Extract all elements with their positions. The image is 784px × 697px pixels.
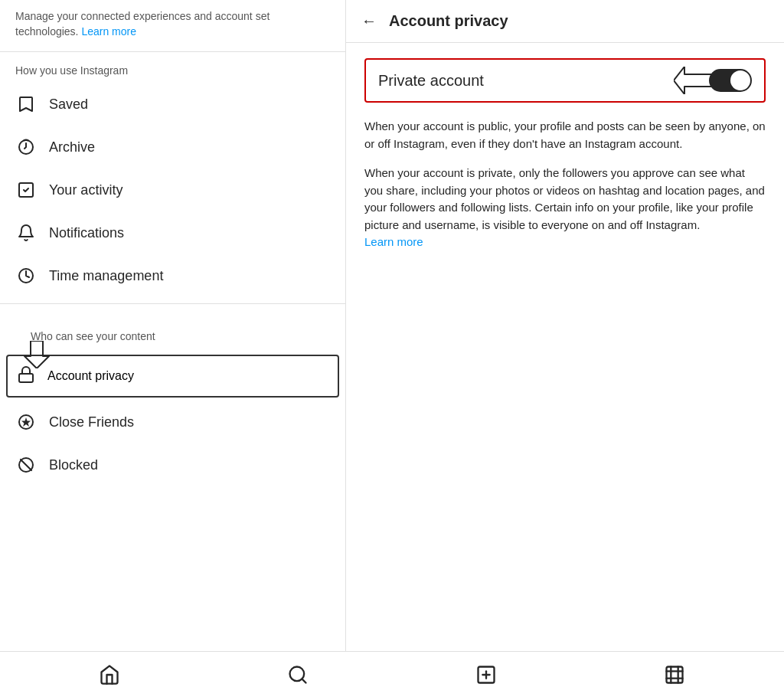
notifications-label: Notifications — [49, 225, 124, 241]
close-friends-label: Close Friends — [49, 414, 134, 430]
svg-rect-15 — [667, 666, 683, 682]
sidebar-item-archive[interactable]: Archive — [0, 126, 345, 169]
sidebar-item-saved[interactable]: Saved — [0, 83, 345, 126]
star-icon — [15, 411, 37, 433]
blocked-icon — [15, 454, 37, 476]
sidebar-item-your-activity[interactable]: Your activity — [0, 169, 345, 211]
activity-icon — [15, 179, 37, 201]
red-arrow-right-icon — [674, 67, 712, 94]
sidebar-item-close-friends[interactable]: Close Friends — [0, 401, 345, 443]
private-account-section: Private account — [364, 58, 766, 103]
svg-marker-9 — [674, 67, 712, 94]
section-who-container: Who can see your content — [0, 310, 345, 352]
nav-reels[interactable] — [656, 656, 693, 693]
sidebar: Manage your connected experiences and ac… — [0, 0, 346, 651]
sidebar-item-time-management[interactable]: Time management — [0, 254, 345, 297]
lock-icon — [17, 365, 35, 387]
toggle-knob — [730, 70, 750, 90]
private-account-description: When your account is private, only the f… — [364, 165, 766, 251]
home-icon — [99, 664, 120, 686]
sidebar-top: Manage your connected experiences and ac… — [0, 0, 345, 52]
bookmark-icon — [15, 93, 37, 115]
private-account-row: Private account — [364, 58, 766, 103]
plus-square-icon — [475, 664, 497, 686]
nav-search[interactable] — [279, 656, 316, 693]
account-privacy-label: Account privacy — [47, 369, 134, 383]
archive-label: Archive — [49, 139, 95, 155]
svg-rect-4 — [19, 374, 33, 382]
time-management-label: Time management — [49, 268, 163, 284]
your-activity-label: Your activity — [49, 182, 122, 198]
search-icon — [287, 664, 309, 686]
svg-line-11 — [302, 679, 305, 682]
sidebar-item-notifications[interactable]: Notifications — [0, 211, 345, 254]
back-button[interactable]: ← — [361, 12, 377, 30]
right-content: Private account When your account is pub… — [346, 43, 784, 279]
blocked-label: Blocked — [49, 457, 98, 473]
svg-marker-6 — [21, 417, 31, 427]
bottom-nav — [0, 651, 784, 697]
nav-add[interactable] — [468, 656, 505, 693]
right-panel: ← Account privacy Private account — [346, 0, 784, 651]
saved-label: Saved — [49, 97, 88, 113]
sidebar-item-blocked[interactable]: Blocked — [0, 443, 345, 486]
learn-more-link[interactable]: Learn more — [81, 25, 136, 38]
archive-icon — [15, 136, 37, 158]
private-account-label: Private account — [378, 72, 484, 90]
private-account-toggle[interactable] — [709, 69, 752, 92]
section-header-how: How you use Instagram — [0, 52, 345, 83]
clock-icon — [15, 265, 37, 286]
bell-icon — [15, 222, 37, 244]
learn-more-link-bottom[interactable]: Learn more — [364, 235, 423, 248]
sidebar-item-account-privacy[interactable]: Account privacy — [6, 355, 339, 398]
reels-icon — [664, 664, 685, 686]
right-header: ← Account privacy — [346, 0, 784, 43]
sidebar-divider — [0, 303, 345, 304]
svg-line-8 — [21, 460, 31, 470]
svg-marker-3 — [24, 341, 49, 368]
section-header-who: Who can see your content — [15, 318, 330, 348]
sidebar-description: Manage your connected experiences and ac… — [15, 9, 330, 39]
right-panel-title: Account privacy — [389, 12, 508, 30]
red-arrow-down-icon — [23, 341, 51, 368]
public-account-description: When your account is public, your profil… — [364, 118, 766, 152]
nav-home[interactable] — [91, 656, 128, 693]
